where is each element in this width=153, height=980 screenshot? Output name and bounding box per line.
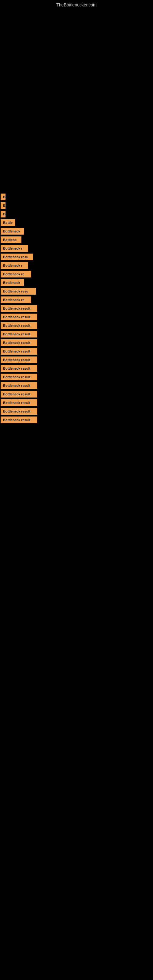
bottleneck-result-bar: Bottleneck result	[1, 322, 37, 329]
list-item: Bottleneck result	[1, 348, 153, 355]
bottleneck-result-bar: Bottleneck result	[1, 348, 37, 355]
list-item: Bottleneck result	[1, 382, 153, 389]
bottleneck-result-bar: Bottlene	[1, 236, 21, 243]
site-title: TheBottlenecker.com	[0, 0, 153, 10]
list-item: Bottlene	[1, 236, 153, 243]
bottleneck-result-bar: Bottleneck r	[1, 262, 28, 269]
list-item: Bottleneck result	[1, 331, 153, 337]
list-item: B	[1, 211, 153, 218]
list-item: Bottleneck result	[1, 374, 153, 380]
bottleneck-result-bar: B	[1, 202, 5, 209]
bottleneck-result-bar: Bottleneck resu	[1, 288, 36, 294]
list-item: Bottleneck	[1, 279, 153, 286]
bottleneck-result-bar: Bottleneck result	[1, 356, 37, 363]
list-item: Bottleneck result	[1, 322, 153, 329]
list-item: Bottleneck r	[1, 245, 153, 252]
bottleneck-result-bar: Bottleneck result	[1, 417, 37, 423]
items-container: BBBBottleBottleneckBottleneBottleneck rB…	[0, 10, 153, 423]
bottleneck-result-bar: Bottleneck result	[1, 305, 37, 312]
list-item: Bottleneck re	[1, 271, 153, 277]
bottleneck-result-bar: Bottleneck re	[1, 296, 31, 303]
bottleneck-result-bar: Bottleneck result	[1, 365, 37, 372]
bottleneck-result-bar: Bottleneck result	[1, 408, 37, 415]
bottleneck-result-bar: Bottleneck	[1, 279, 24, 286]
list-item: Bottleneck resu	[1, 288, 153, 294]
bottleneck-result-bar: Bottleneck result	[1, 374, 37, 380]
list-item: Bottleneck re	[1, 296, 153, 303]
list-item: Bottleneck result	[1, 305, 153, 312]
list-item: Bottleneck result	[1, 339, 153, 346]
list-item: Bottleneck result	[1, 391, 153, 398]
bottleneck-result-bar: Bottleneck result	[1, 391, 37, 398]
bottleneck-result-bar: Bottleneck resu	[1, 254, 33, 260]
list-item: Bottleneck	[1, 228, 153, 235]
list-item: Bottleneck result	[1, 356, 153, 363]
list-item: Bottleneck resu	[1, 254, 153, 260]
bottleneck-result-bar: Bottle	[1, 219, 15, 226]
list-item: Bottleneck result	[1, 365, 153, 372]
bottleneck-result-bar: B	[1, 194, 5, 200]
list-item: Bottleneck result	[1, 399, 153, 406]
list-item: Bottleneck result	[1, 408, 153, 415]
list-item: B	[1, 194, 153, 200]
bottleneck-result-bar: Bottleneck r	[1, 245, 28, 252]
list-item: Bottle	[1, 219, 153, 226]
bottleneck-result-bar: Bottleneck result	[1, 399, 37, 406]
bottleneck-result-bar: Bottleneck result	[1, 339, 37, 346]
bottleneck-result-bar: Bottleneck result	[1, 331, 37, 337]
bottleneck-result-bar: Bottleneck result	[1, 313, 37, 320]
bottleneck-result-bar: B	[1, 211, 5, 218]
list-item: B	[1, 202, 153, 209]
bottleneck-result-bar: Bottleneck	[1, 228, 24, 235]
bottleneck-result-bar: Bottleneck result	[1, 382, 37, 389]
bottleneck-result-bar: Bottleneck re	[1, 271, 31, 277]
list-item: Bottleneck r	[1, 262, 153, 269]
list-item: Bottleneck result	[1, 313, 153, 320]
list-item: Bottleneck result	[1, 417, 153, 423]
